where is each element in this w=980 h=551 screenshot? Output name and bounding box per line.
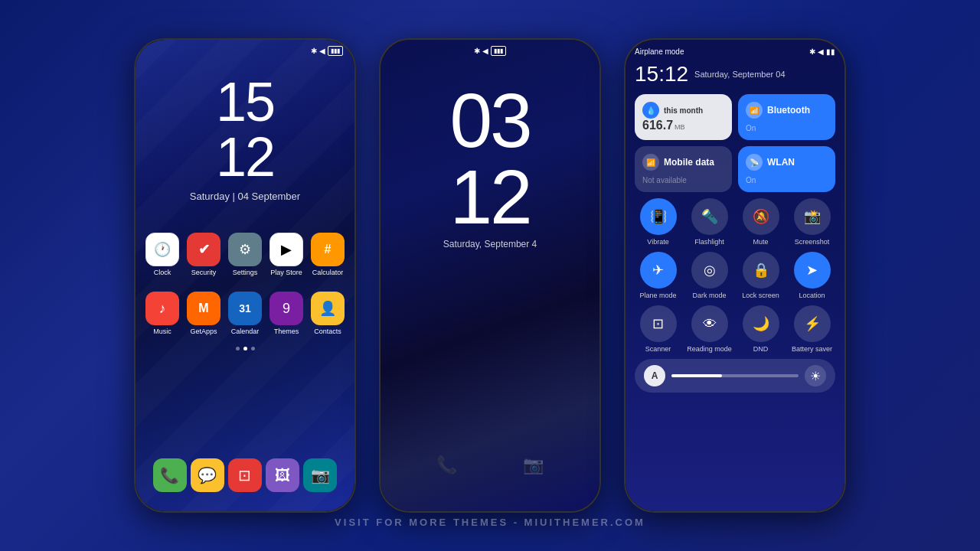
cc-batterysaver-btn[interactable]: ⚡ bbox=[794, 305, 831, 342]
cc-action-lockscreen[interactable]: 🔒 Lock screen bbox=[737, 252, 784, 299]
phone1-minute: 12 bbox=[136, 129, 354, 184]
cc-plane-btn[interactable]: ✈ bbox=[640, 252, 677, 289]
dialer-camera-icon[interactable]: 📷 bbox=[518, 450, 549, 481]
app-playstore-label: Play Store bbox=[270, 269, 302, 276]
cc-darkmode-label: Dark mode bbox=[692, 292, 726, 299]
dialer-phone-icon[interactable]: 📞 bbox=[432, 450, 462, 481]
phone2-status-icons: ✱ ◀ ▮▮▮ bbox=[474, 46, 506, 56]
cc-action-plane[interactable]: ✈ Plane mode bbox=[635, 252, 681, 299]
app-contacts-icon: 👤 bbox=[311, 292, 345, 325]
app-settings[interactable]: ⚙ Settings bbox=[227, 233, 263, 276]
app-playstore[interactable]: ▶ Play Store bbox=[269, 233, 304, 276]
cc-plane-label: Plane mode bbox=[639, 292, 676, 299]
phone3-airplane-label: Airplane mode bbox=[635, 47, 684, 56]
cc-tiles-row1: 💧 this month 616.7 MB 📶 bbox=[635, 94, 835, 140]
cc-scanner-btn[interactable]: ⊡ bbox=[640, 305, 677, 342]
app-calculator-icon: # bbox=[311, 233, 345, 266]
cc-dnd-label: DND bbox=[753, 345, 769, 353]
cc-action-mute[interactable]: 🔕 Mute bbox=[737, 198, 784, 246]
app-music[interactable]: ♪ Music bbox=[145, 292, 180, 335]
dock-camera[interactable]: 📷 bbox=[303, 458, 337, 492]
app-themes[interactable]: 9 Themes bbox=[269, 292, 304, 335]
cc-location-btn[interactable]: ➤ bbox=[794, 252, 831, 289]
cc-flashlight-btn[interactable]: 🔦 bbox=[691, 198, 728, 235]
phone1-hour: 15 bbox=[136, 74, 354, 129]
dock-messages[interactable]: 💬 bbox=[191, 458, 224, 492]
phone1-status-bar: ✱ ◀ ▮▮▮ bbox=[136, 40, 354, 59]
cc-bluetooth-title: Bluetooth bbox=[767, 105, 810, 116]
cc-location-label: Location bbox=[799, 292, 825, 299]
app-calendar-icon: 31 bbox=[228, 292, 262, 325]
cc-time-row: 15:12 Saturday, September 04 bbox=[635, 62, 835, 86]
dock-security2[interactable]: ⊡ bbox=[228, 458, 262, 492]
phone1-clock: 15 12 bbox=[136, 74, 354, 184]
app-security-icon: ✔ bbox=[187, 233, 220, 266]
cc-mute-btn[interactable]: 🔕 bbox=[743, 198, 779, 235]
cc-action-scanner[interactable]: ⊡ Scanner bbox=[635, 305, 681, 353]
cc-action-darkmode[interactable]: ◎ Dark mode bbox=[686, 252, 733, 299]
cc-bluetooth-status: On bbox=[746, 124, 828, 132]
app-themes-icon: 9 bbox=[270, 292, 303, 325]
app-calendar[interactable]: 31 Calendar bbox=[227, 292, 263, 335]
dock-gallery[interactable]: 🖼 bbox=[266, 458, 299, 492]
app-themes-label: Themes bbox=[274, 328, 299, 335]
cc-slider-sun-icon: ☀ bbox=[805, 365, 826, 386]
cc-flashlight-label: Flashlight bbox=[694, 238, 724, 246]
cc-vibrate-label: Vibrate bbox=[647, 238, 668, 246]
phone2-bluetooth-icon: ✱ bbox=[474, 47, 480, 55]
cc-action-dnd[interactable]: 🌙 DND bbox=[737, 305, 784, 353]
app-security[interactable]: ✔ Security bbox=[186, 233, 221, 276]
app-contacts-label: Contacts bbox=[314, 328, 341, 335]
cc-slider-track[interactable] bbox=[671, 374, 799, 377]
app-music-label: Music bbox=[153, 328, 172, 335]
cc-wlan-icon: 📡 bbox=[746, 154, 763, 171]
cc-screenshot-btn[interactable]: 📸 bbox=[794, 198, 831, 235]
cc-reading-btn[interactable]: 👁 bbox=[691, 305, 728, 342]
app-contacts[interactable]: 👤 Contacts bbox=[310, 292, 345, 335]
cc-dnd-btn[interactable]: 🌙 bbox=[743, 305, 779, 342]
app-clock[interactable]: 🕐 Clock bbox=[145, 233, 180, 276]
cc-mobiledata-icon: 📶 bbox=[642, 154, 659, 171]
cc-vibrate-btn[interactable]: 📳 bbox=[640, 198, 677, 235]
cc-bluetooth-tile[interactable]: 📶 Bluetooth On bbox=[738, 94, 835, 140]
cc-action-batterysaver[interactable]: ⚡ Battery saver bbox=[789, 305, 835, 353]
cc-brightness-slider[interactable]: A ☀ bbox=[635, 359, 835, 393]
cc-action-reading[interactable]: 👁 Reading mode bbox=[686, 305, 733, 353]
phone3-status-icons: ✱ ◀ ▮▮ bbox=[809, 47, 835, 56]
cc-darkmode-btn[interactable]: ◎ bbox=[691, 252, 728, 289]
cc-mobiledata-tile[interactable]: 📶 Mobile data Not available bbox=[635, 146, 732, 192]
dot-1 bbox=[236, 347, 240, 350]
cc-lockscreen-btn[interactable]: 🔒 bbox=[743, 252, 779, 289]
app-calculator[interactable]: # Calculator bbox=[310, 233, 345, 276]
phone1-app-grid-row1: 🕐 Clock ✔ Security ⚙ Settings bbox=[136, 225, 354, 284]
cc-action-flashlight[interactable]: 🔦 Flashlight bbox=[686, 198, 733, 246]
cc-actions-row1: 📳 Vibrate 🔦 Flashlight 🔕 Mute 📸 Screensh… bbox=[635, 198, 835, 246]
phone1-dock: 📞 💬 ⊡ 🖼 📷 bbox=[136, 451, 354, 500]
app-playstore-icon: ▶ bbox=[270, 233, 303, 266]
phone1-date: Saturday | 04 September bbox=[136, 191, 354, 202]
dock-phone[interactable]: 📞 bbox=[153, 458, 187, 492]
phone2-battery-icon: ▮▮▮ bbox=[491, 46, 506, 56]
cc-data-icon: 💧 bbox=[642, 102, 659, 119]
dot-3 bbox=[251, 347, 255, 350]
app-clock-label: Clock bbox=[154, 269, 172, 276]
cc-screenshot-label: Screenshot bbox=[795, 238, 830, 246]
cc-action-vibrate[interactable]: 📳 Vibrate bbox=[635, 198, 681, 246]
cc-action-screenshot[interactable]: 📸 Screenshot bbox=[789, 198, 835, 246]
cc-data-unit: MB bbox=[675, 123, 685, 131]
phone1-app-grid-row2: ♪ Music M GetApps 31 Calendar bbox=[136, 284, 354, 343]
app-settings-icon: ⚙ bbox=[228, 233, 262, 266]
app-security-label: Security bbox=[191, 269, 217, 276]
app-getapps[interactable]: M GetApps bbox=[186, 292, 221, 335]
cc-action-location[interactable]: ➤ Location bbox=[789, 252, 835, 299]
phone2-clock: 03 12 bbox=[449, 82, 530, 235]
cc-scanner-label: Scanner bbox=[645, 345, 671, 353]
cc-slider-a-icon: A bbox=[644, 365, 665, 386]
cc-wlan-tile[interactable]: 📡 WLAN On bbox=[738, 146, 835, 192]
cc-data-tile[interactable]: 💧 this month 616.7 MB bbox=[635, 94, 732, 140]
cc-mobiledata-status: Not available bbox=[642, 176, 724, 184]
app-music-icon: ♪ bbox=[145, 292, 179, 325]
app-getapps-label: GetApps bbox=[190, 328, 217, 335]
phone1: ✱ ◀ ▮▮▮ 15 12 Saturday | 04 September 🕐 … bbox=[134, 38, 356, 513]
app-calendar-label: Calendar bbox=[231, 328, 260, 335]
